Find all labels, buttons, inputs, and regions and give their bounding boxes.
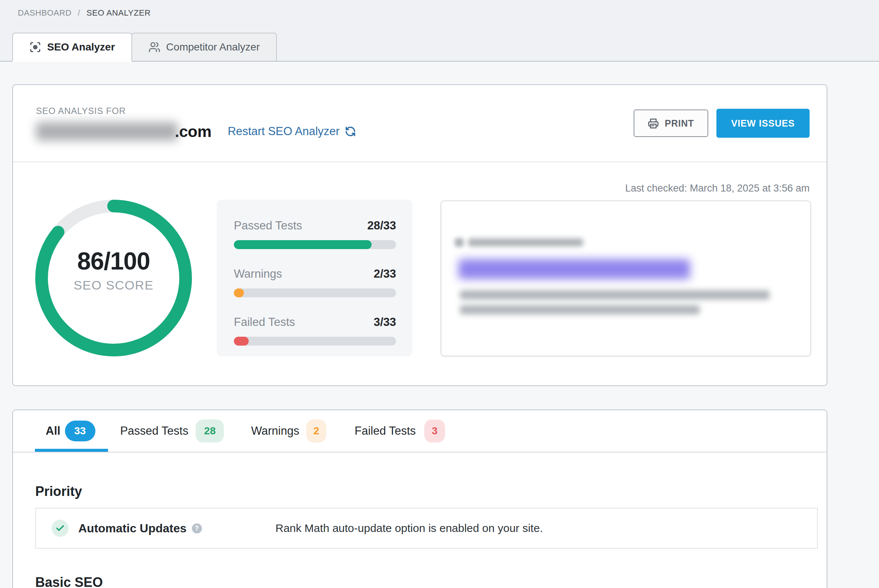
stat-label: Warnings — [234, 267, 282, 280]
tab-competitor-analyzer[interactable]: Competitor Analyzer — [131, 33, 277, 62]
test-result-description: Rank Math auto-update option is enabled … — [275, 522, 543, 534]
basic-seo-heading: Basic SEO — [35, 574, 818, 588]
passed-check-icon — [52, 520, 69, 537]
test-stats-panel: Passed Tests 28/33 Warnings 2/33 Faile — [217, 200, 412, 356]
header-bar: DASHBOARD / SEO ANALYZER SEO Analyzer Co — [0, 0, 879, 62]
results-filter-tabs: All 33 Passed Tests 28 Warnings 2 Failed… — [13, 410, 826, 453]
analysis-site-block: SEO ANALYSIS FOR .com Restart SEO Analyz… — [36, 106, 356, 141]
progress-track — [234, 288, 396, 297]
last-checked-text: Last checked: March 18, 2025 at 3:56 am — [625, 183, 810, 194]
tab-label: Competitor Analyzer — [166, 41, 260, 53]
filter-count-badge: 2 — [306, 420, 326, 442]
filter-failed-tests[interactable]: Failed Tests 3 — [354, 420, 445, 442]
test-name: Automatic Updates — [78, 522, 187, 535]
stat-warnings: Warnings 2/33 — [234, 267, 396, 297]
help-icon[interactable]: ? — [192, 524, 202, 533]
progress-track — [234, 240, 396, 249]
seo-analysis-card: SEO ANALYSIS FOR .com Restart SEO Analyz… — [12, 84, 827, 386]
filter-passed-tests[interactable]: Passed Tests 28 — [120, 420, 224, 442]
analyzer-tabs: SEO Analyzer Competitor Analyzer — [12, 33, 277, 62]
refresh-icon — [345, 126, 356, 137]
filter-label: Warnings — [251, 424, 299, 438]
progress-track — [234, 337, 396, 346]
filter-label: All — [46, 424, 60, 438]
filter-label: Passed Tests — [120, 424, 189, 438]
seo-score-label: SEO SCORE — [74, 278, 154, 292]
stat-label: Passed Tests — [234, 219, 302, 232]
analysis-card-body: Last checked: March 18, 2025 at 3:56 am … — [13, 162, 826, 386]
domain-suffix: .com — [175, 123, 211, 141]
restart-link-label: Restart SEO Analyzer — [228, 125, 340, 138]
seo-score-value: 86/100 — [77, 247, 150, 275]
users-icon — [148, 41, 160, 53]
print-button-label: PRINT — [665, 118, 694, 129]
stat-value: 3/33 — [374, 315, 396, 329]
stat-value: 28/33 — [367, 219, 396, 232]
preview-description-blur — [460, 290, 770, 300]
breadcrumb-dashboard[interactable]: DASHBOARD — [18, 8, 72, 18]
scan-eye-icon — [29, 41, 41, 53]
view-issues-label: VIEW ISSUES — [731, 118, 795, 129]
breadcrumb-current: SEO ANALYZER — [87, 8, 151, 18]
seo-score-gauge: 86/100 SEO SCORE — [35, 200, 192, 356]
stat-passed-tests: Passed Tests 28/33 — [234, 219, 396, 249]
restart-analyzer-link[interactable]: Restart SEO Analyzer — [228, 125, 356, 138]
priority-section: Priority Automatic Updates ? Rank Math a… — [13, 484, 826, 549]
test-row-automatic-updates: Automatic Updates ? Rank Math auto-updat… — [35, 508, 818, 549]
preview-description-blur — [460, 305, 700, 314]
tab-seo-analyzer[interactable]: SEO Analyzer — [12, 33, 132, 62]
print-button[interactable]: PRINT — [634, 110, 708, 137]
breadcrumb: DASHBOARD / SEO ANALYZER — [18, 8, 151, 18]
analysis-for-label: SEO ANALYSIS FOR — [36, 106, 356, 116]
basic-seo-section: Basic SEO — [13, 574, 826, 588]
stat-failed-tests: Failed Tests 3/33 — [234, 315, 396, 346]
filter-warnings[interactable]: Warnings 2 — [251, 420, 326, 442]
preview-favicon-blur — [455, 238, 464, 247]
preview-title-blur — [458, 259, 690, 279]
filter-count-badge: 28 — [196, 420, 224, 442]
progress-fill-warnings — [234, 288, 244, 297]
breadcrumb-separator: / — [78, 8, 80, 18]
serp-preview-box — [441, 201, 811, 356]
filter-label: Failed Tests — [354, 424, 416, 438]
filter-count-badge: 3 — [424, 420, 445, 442]
active-filter-underline — [35, 449, 108, 452]
tab-label: SEO Analyzer — [47, 41, 115, 53]
progress-fill-passed — [234, 240, 372, 249]
blurred-domain-name — [36, 122, 178, 141]
stat-label: Failed Tests — [234, 315, 295, 329]
view-issues-button[interactable]: VIEW ISSUES — [716, 109, 810, 138]
analysis-card-header: SEO ANALYSIS FOR .com Restart SEO Analyz… — [13, 85, 826, 162]
stat-value: 2/33 — [374, 267, 396, 280]
printer-icon — [648, 118, 659, 129]
preview-url-blur — [468, 238, 583, 246]
filter-all[interactable]: All 33 — [46, 421, 95, 441]
filter-count-badge: 33 — [65, 421, 95, 441]
priority-heading: Priority — [35, 484, 818, 499]
test-results-card: All 33 Passed Tests 28 Warnings 2 Failed… — [12, 410, 827, 588]
progress-fill-failed — [234, 337, 249, 346]
